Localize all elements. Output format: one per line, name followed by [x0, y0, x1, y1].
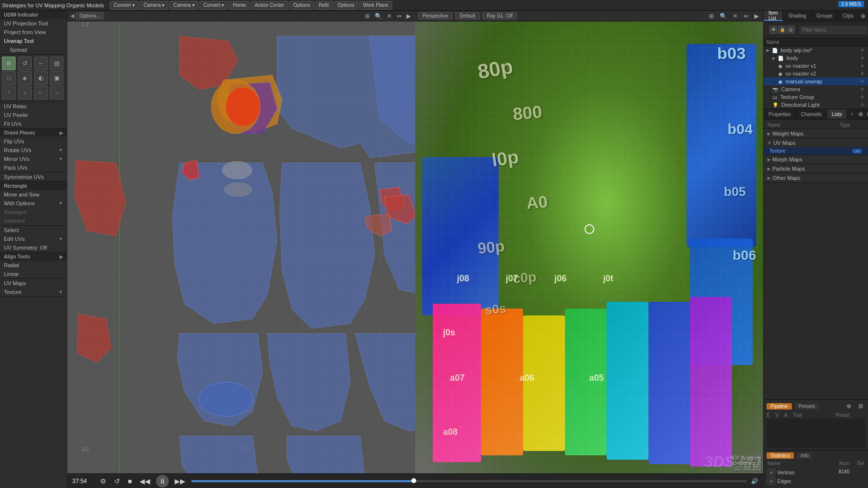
spread[interactable]: Spread [0, 45, 67, 54]
vp3d-icon-1[interactable]: ⊞ [707, 12, 715, 20]
uv-relax[interactable]: UV Relax [0, 102, 67, 111]
uv-icon-3[interactable]: ✕ [385, 12, 393, 20]
tool-icon-8[interactable]: ▣ [50, 71, 63, 85]
fit-uvs[interactable]: Fit UVs [0, 119, 67, 128]
tab-lists[interactable]: Lists [827, 109, 848, 119]
tool-icon-7[interactable]: ◐ [34, 71, 48, 85]
default-label[interactable]: Default [455, 12, 480, 20]
tool-icon-1[interactable]: ⊞ [2, 57, 16, 70]
vp3d-icon-2[interactable]: 🔍 [718, 12, 728, 20]
tree-item-root[interactable]: ▶ 📄 body wip.lxo* 👁 [764, 46, 868, 54]
tree-item-texture-group[interactable]: 🗂 Texture Group 👁 [764, 93, 868, 101]
tree-item-manual-unwrap[interactable]: ◉ manual unwrap 👁 [764, 78, 868, 85]
averaged[interactable]: Averaged [0, 208, 67, 216]
menu-refit[interactable]: Refit [315, 1, 333, 10]
tree-item-camera[interactable]: 📷 Camera 👁 [764, 85, 868, 93]
eye-body[interactable]: 👁 [860, 56, 865, 61]
tab-clips[interactable]: Clips [838, 11, 859, 21]
udim-indicator-header[interactable]: UDIM Indicator [0, 11, 67, 19]
uv-symmetry[interactable]: UV Symmetry: Off [0, 243, 67, 252]
tool-icon-5[interactable]: □ [2, 71, 16, 85]
menu-options[interactable]: Options [289, 1, 314, 10]
render-icon[interactable]: ◎ [787, 26, 795, 34]
rotate-uvs[interactable]: Rotate UVs ▼ [0, 146, 67, 155]
tab-properties[interactable]: Properties [764, 109, 796, 119]
sync-button[interactable]: ⚙ [98, 476, 108, 486]
uv-icon-4[interactable]: ⇔ [395, 12, 403, 20]
eye-root[interactable]: 👁 [860, 48, 865, 53]
eye-toggle-icon[interactable]: 👁 [769, 26, 777, 34]
tab-groups[interactable]: Groups [811, 11, 838, 21]
symmetrize-uvs[interactable]: Symmetrize UVs [0, 173, 67, 181]
morph-maps-header[interactable]: ▶ Morph Maps [764, 155, 868, 164]
tree-item-body[interactable]: ▶ 📄 body 👁 [764, 54, 868, 62]
tool-icon-10[interactable]: ↓ [18, 86, 32, 99]
options-button[interactable]: Options... [76, 12, 104, 20]
ray-gl-label[interactable]: Ray GL: Off [483, 12, 517, 20]
progress-bar[interactable] [191, 480, 747, 482]
props-expand-btn[interactable]: ⊕ [856, 109, 865, 119]
linear[interactable]: Linear [0, 270, 67, 278]
uv-peeler[interactable]: UV Peeler [0, 111, 67, 119]
stop-button[interactable]: ■ [126, 476, 134, 486]
viewport-3d-canvas[interactable]: 80p 800 l0p A0 90p c0p s0s b03 b04 b05 b… [415, 21, 763, 473]
flip-uvs[interactable]: Flip UVs [0, 137, 67, 146]
uv-maps[interactable]: UV Maps [0, 279, 67, 288]
tool-icon-9[interactable]: ↑ [2, 86, 16, 99]
eye-uv1[interactable]: 👁 [860, 63, 865, 69]
tool-icon-11[interactable]: ← [34, 86, 48, 99]
uv-editor-arrow-left[interactable]: ◀ [70, 13, 74, 19]
tab-add-btn[interactable]: + [847, 109, 856, 119]
panel-expand-btn[interactable]: ⊕ [859, 11, 868, 21]
project-from-view[interactable]: Project from View [0, 28, 67, 37]
uv-icon-5[interactable]: ▶ [405, 12, 412, 20]
other-maps-header[interactable]: ▶ Other Maps [764, 174, 868, 182]
uv-icon-2[interactable]: 🔍 [373, 12, 384, 20]
texture-uv-row[interactable]: Texture UV [764, 147, 868, 155]
selected[interactable]: Selected [0, 216, 67, 225]
filter-input[interactable] [800, 26, 867, 34]
tab-shading[interactable]: Shading [783, 11, 811, 21]
tab-item-list[interactable]: Item List [764, 11, 783, 21]
eye-uv2[interactable]: 👁 [860, 71, 865, 77]
vertices-expand[interactable]: + [767, 468, 775, 476]
with-options[interactable]: With Options ▼ [0, 199, 67, 208]
unwrap-tool[interactable]: Unwrap Tool [0, 37, 67, 45]
rewind-button[interactable]: ◀◀ [138, 476, 152, 486]
tool-icon-6[interactable]: ◈ [18, 71, 32, 85]
tree-item-light[interactable]: 💡 Directional Light 👁 [764, 101, 868, 109]
lock-icon[interactable]: 🔒 [778, 26, 786, 34]
eye-camera[interactable]: 👁 [860, 87, 865, 92]
particle-maps-header[interactable]: ▶ Particle Maps [764, 164, 868, 173]
vp3d-icon-3[interactable]: ✕ [731, 12, 739, 20]
radial[interactable]: Radial [0, 261, 67, 270]
pipeline-expand-btn[interactable]: ⊕ [845, 402, 853, 410]
tool-icon-4[interactable]: ▤ [50, 57, 63, 70]
uv-maps-header[interactable]: ▼ UV Maps [764, 138, 868, 147]
uv-projection-tool[interactable]: UV Projection Tool [0, 19, 67, 28]
menu-home[interactable]: Home [229, 1, 250, 10]
menu-options2[interactable]: Options [334, 1, 358, 10]
pipeline-pin-btn[interactable]: ⊞ [856, 402, 865, 410]
edges-expand[interactable]: + [767, 477, 775, 485]
loop-button[interactable]: ↺ [112, 476, 122, 486]
weight-maps-header[interactable]: ▶ Weight Maps [764, 129, 868, 138]
vp3d-icon-5[interactable]: ▶ [753, 12, 760, 20]
menu-camera1[interactable]: Camera ▾ [140, 1, 168, 10]
move-and-sew[interactable]: Move and Sew [0, 190, 67, 199]
uv-canvas[interactable]: 0.0 0.0 1.0 [67, 21, 415, 473]
align-tools-header[interactable]: Align Tools ▶ [0, 253, 67, 261]
edit-uvs[interactable]: Edit UVs ▼ [0, 234, 67, 243]
tree-item-uv2[interactable]: ◉ uv master v2 👁 [764, 70, 868, 78]
menu-work-plane[interactable]: Work Plane [359, 1, 392, 10]
tool-icon-2[interactable]: ↺ [18, 57, 32, 70]
tab-channels[interactable]: Channels [796, 109, 827, 119]
select[interactable]: Select [0, 226, 67, 234]
texture-item[interactable]: Texture ▼ [0, 288, 67, 296]
eye-texture[interactable]: 👁 [860, 95, 865, 100]
eye-manual[interactable]: 👁 [860, 79, 865, 84]
menu-convert[interactable]: Convert ▾ [110, 1, 139, 10]
mirror-uvs[interactable]: Mirror UVs ▼ [0, 155, 67, 163]
menu-action-center[interactable]: Action Center [251, 1, 288, 10]
menu-convert2[interactable]: Convert ▾ [200, 1, 228, 10]
